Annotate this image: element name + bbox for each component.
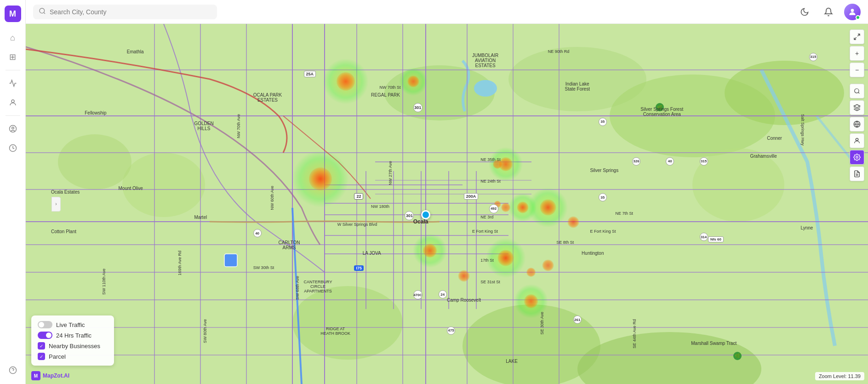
map-label-canterbury: CANTERBURYCIRCLEAPARTMENTS [304,280,332,293]
online-status-dot [856,15,860,20]
sidebar-item-analytics[interactable] [5,75,21,92]
layers-button[interactable] [850,100,864,115]
nearby-businesses-label: Nearby Businesses [49,343,100,350]
search-input[interactable] [50,8,211,16]
globe-button[interactable] [850,117,864,132]
app-logo[interactable]: M [5,6,21,22]
fullscreen-button[interactable] [850,29,864,44]
map-area[interactable]: Emathla Fellowship GOLDENHILLS OCALA PAR… [26,24,868,384]
map-label-la-jova: LA JOVA [363,251,381,256]
map-label-ocala-park: OCALA PARKESTATES [253,92,282,103]
map-controls-right: + − [850,29,864,181]
sidebar-divider-1 [6,70,20,70]
theme-toggle-button[interactable] [796,4,813,20]
svg-point-2 [11,127,14,129]
svg-point-59 [855,89,859,93]
map-label-emathla: Emathla [127,49,144,54]
road-label-nw180: NW 180th [371,204,389,209]
map-label-regal-park: REGAL PARK [371,92,400,97]
svg-point-8 [851,9,854,12]
road-label-ne7: NE 7th St [615,211,633,216]
badge-22: 22 [354,193,363,200]
legend-item-nearby-businesses[interactable]: ✓ Nearby Businesses [38,342,108,350]
badge-35-mid: 35 [599,193,607,201]
badge-nfs60: Nfs 60 [708,236,724,242]
map-label-martel: Martel [194,215,207,220]
map-label-grahamsville: Grahamsville [750,154,777,159]
svg-point-64 [856,138,858,141]
map-label-carlton-arms: CARLTONARMS [279,240,300,250]
sidebar-item-map[interactable]: ⊞ [5,49,21,65]
badge-25a: 25A [304,71,316,77]
location-pin [421,210,430,219]
svg-point-6 [40,8,45,13]
map-label-camp-roosevelt: Camp Roosevelt [447,298,481,303]
badge-200a: 200A [464,193,479,200]
map-label-lynne: Lynne [800,225,813,230]
road-label-sw30: SW 30th St [253,265,274,270]
road-label-sw110: SW 110th Ave [102,269,106,295]
svg-line-60 [858,92,860,94]
road-label-nw70ave: NW 70th Ave [236,114,241,138]
topbar-actions [796,4,861,20]
road-label-ne35: NE 35th St [480,157,501,162]
svg-point-65 [856,156,858,158]
24hrs-traffic-toggle[interactable] [38,332,52,339]
legend-item-live-traffic[interactable]: Live Traffic [38,321,108,328]
sidebar-item-person[interactable] [5,94,21,111]
map-pins-button[interactable] [850,166,864,181]
badge-24: 24 [439,290,447,298]
settings-button[interactable] [850,150,864,165]
svg-point-0 [11,100,14,103]
legend-item-parcel[interactable]: ✓ Parcel [38,353,108,360]
road-label-sshwy: Salt Springs Hwy [800,114,805,146]
badge-475: 475 [447,327,455,335]
svg-point-17 [292,286,403,360]
road-label-nw60ave: NW 60th Ave [270,186,274,210]
badge-i75: I75 [354,265,364,271]
legend-item-24hrs[interactable]: 24 Hrs Traffic [38,332,108,339]
nearby-businesses-check[interactable]: ✓ [38,342,45,350]
sidebar-item-help[interactable] [5,362,21,378]
live-traffic-toggle[interactable] [38,321,52,328]
map-logo-icon: M [31,371,40,380]
sidebar-item-user[interactable] [5,120,21,137]
badge-40-right: 40 [666,157,674,166]
zoom-level-indicator: Zoom Level: 11.39 [815,372,864,380]
map-label-silver-springs-forest: Silver Springs ForestConservation Area [640,107,683,117]
main-content: Emathla Fellowship GOLDENHILLS OCALA PAR… [26,0,868,384]
badge-470c: 470C [413,290,423,299]
map-logo-text: MapZot.AI [43,373,69,379]
street-view-button[interactable] [850,133,864,148]
zoom-in-button[interactable]: + [850,46,864,61]
badge-326-right: 326 [632,157,640,166]
road-label-ne3: NE 3rd [480,215,493,219]
zoom-out-button[interactable]: − [850,63,864,77]
notifications-button[interactable] [820,4,837,20]
map-label-indian-lake: Indian LakeState Forest [565,81,589,92]
parcel-check[interactable]: ✓ [38,353,45,360]
badge-492: 492 [489,204,498,213]
map-search-button[interactable] [850,84,864,98]
map-label-golden-hills: GOLDENHILLS [194,121,213,131]
svg-line-7 [44,12,45,14]
badge-301: 301 [413,103,423,112]
map-label-ridge: RIDGE ATHEATH BROOK [320,327,350,336]
legend-panel: Live Traffic 24 Hrs Traffic ✓ Nearby Bus… [31,315,114,366]
road-label-se44: SE 44th Ave Rd [632,319,637,348]
sidebar-item-home[interactable]: ⌂ [5,29,21,46]
parcel-label: Parcel [49,353,66,360]
search-icon [39,7,46,17]
search-box[interactable] [33,5,217,19]
sidebar-item-clock[interactable] [5,140,21,156]
road-label-se30: SE 30th Ave [540,312,544,334]
road-label-wssbvld: W Silver Springs Blvd [337,222,377,227]
svg-rect-56 [224,254,237,267]
svg-line-57 [857,34,860,36]
road-label-sw80ave: SW 80th Ave [203,319,207,343]
user-avatar-container[interactable] [844,4,861,20]
road-label-se8: SE 8th St [556,240,574,245]
sidebar-expand-button[interactable]: › [51,197,61,212]
badge-35-top: 35 [599,118,607,126]
map-label-mount-olive: Mount Olive [119,186,143,191]
